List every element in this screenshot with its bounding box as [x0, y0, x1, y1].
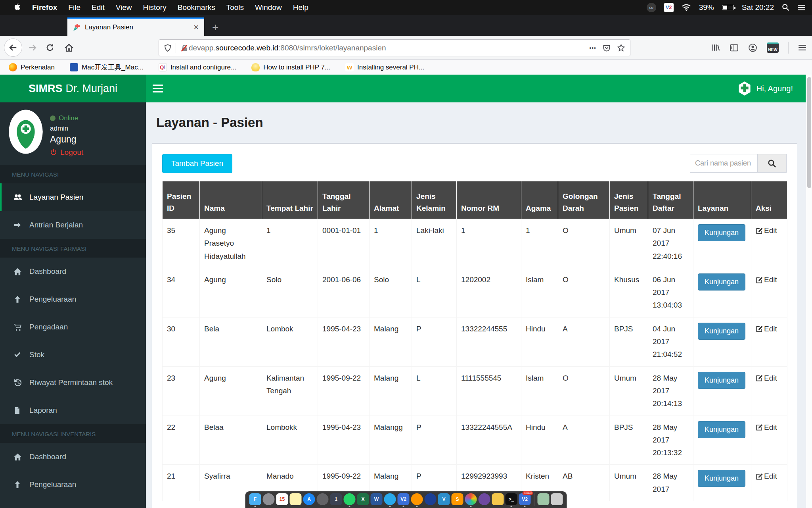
bookmark-item[interactable]: Mac开发工具_Mac... — [70, 63, 144, 72]
table-cell: 1 — [370, 219, 412, 268]
globe-app-icon[interactable] — [425, 493, 437, 505]
bookmark-item[interactable]: How to install PHP 7... — [251, 63, 330, 71]
sidebar-item-layanan-pasien[interactable]: Layanan Pasien — [0, 183, 146, 211]
menubar-item-tools[interactable]: Tools — [221, 3, 249, 12]
logout-link[interactable]: Logout — [50, 148, 83, 157]
vnc-kantor-icon[interactable]: V2Kantor — [519, 493, 531, 505]
page-scrollbar[interactable] — [806, 75, 812, 508]
firefox-icon[interactable] — [411, 493, 423, 505]
color-ring-icon[interactable] — [465, 493, 477, 505]
preferences-icon[interactable] — [317, 493, 329, 505]
search-input[interactable] — [690, 154, 757, 173]
library-icon[interactable] — [711, 43, 720, 52]
screenshot-extension-icon[interactable]: NEW — [767, 42, 779, 53]
page-actions-icon[interactable]: ••• — [589, 45, 596, 51]
terminal-window-icon[interactable]: 1 — [330, 493, 342, 505]
telegram-icon[interactable] — [384, 493, 396, 505]
menubar-clock[interactable]: Sat 20:22 — [742, 3, 774, 12]
word-icon[interactable]: W — [371, 493, 383, 505]
shield-icon[interactable] — [164, 44, 172, 52]
app-store-icon[interactable]: A — [303, 493, 315, 505]
kunjungan-button[interactable]: Kunjungan — [698, 323, 745, 340]
notification-center-icon[interactable] — [797, 4, 806, 11]
whatsapp-icon[interactable] — [344, 493, 356, 505]
bookmark-item[interactable]: Q!Install and configure... — [159, 63, 236, 71]
app-brand[interactable]: SIMRSDr. Murjani — [0, 75, 146, 102]
calendar-icon[interactable]: 15 — [276, 493, 288, 505]
menubar-item-edit[interactable]: Edit — [86, 3, 110, 12]
table-cell: O — [558, 219, 610, 268]
tab-close-icon[interactable]: × — [193, 23, 199, 32]
insecure-lock-icon[interactable] — [180, 44, 189, 52]
battery-icon[interactable] — [722, 5, 734, 10]
edit-link[interactable]: Edit — [756, 372, 777, 385]
sidebar-toggle-icon[interactable] — [730, 43, 739, 52]
sidebar-hamburger-icon[interactable] — [153, 83, 163, 94]
kunjungan-button[interactable]: Kunjungan — [698, 273, 745, 291]
kunjungan-button[interactable]: Kunjungan — [698, 470, 745, 487]
edit-link[interactable]: Edit — [756, 224, 777, 237]
add-patient-button[interactable]: Tambah Pasien — [162, 154, 232, 173]
forward-button[interactable] — [25, 43, 40, 52]
sidebar-item-laporan[interactable]: Laporan — [0, 396, 146, 424]
creative-cloud-icon[interactable]: ∞ — [647, 3, 656, 12]
wifi-icon[interactable] — [682, 4, 691, 11]
sidebar-item-dashboard[interactable]: Dashboard — [0, 443, 146, 471]
macos-dock: F15A1XWV2VS>_V2Kantor — [245, 491, 567, 508]
sidebar-item-pengeluaraan[interactable]: Pengeluaraan — [0, 471, 146, 498]
notes-icon[interactable] — [290, 493, 302, 505]
sidebar-item-pengadaan[interactable]: Pengadaan — [0, 313, 146, 341]
bookmark-star-icon[interactable] — [617, 44, 625, 52]
browser-tab[interactable]: Layanan Pasien × — [67, 17, 204, 36]
spotlight-search-icon[interactable] — [782, 4, 789, 11]
finder-icon[interactable]: F — [249, 493, 261, 505]
github-icon[interactable] — [479, 493, 490, 505]
terminal-icon[interactable]: >_ — [506, 493, 517, 505]
sublime-icon[interactable]: S — [452, 493, 463, 505]
minimized-window-icon[interactable] — [538, 493, 550, 505]
edit-link[interactable]: Edit — [756, 323, 777, 335]
sidebar-item-pengeluaraan[interactable]: Pengeluaraan — [0, 285, 146, 313]
sidebar-item-riwayat-permintaan-stok[interactable]: Riwayat Permintaan stok — [0, 369, 146, 396]
menubar-item-bookmarks[interactable]: Bookmarks — [172, 3, 221, 12]
menubar-app-name[interactable]: Firefox — [27, 3, 63, 12]
menubar-item-file[interactable]: File — [63, 3, 86, 12]
menubar-item-window[interactable]: Window — [249, 3, 287, 12]
vscode-icon[interactable]: V — [438, 493, 450, 505]
kunjungan-button[interactable]: Kunjungan — [698, 421, 745, 438]
edit-link[interactable]: Edit — [756, 273, 777, 286]
bookmark-item[interactable]: Perkenalan — [9, 63, 55, 71]
account-icon[interactable] — [748, 43, 757, 52]
scrollbar-thumb[interactable] — [807, 77, 811, 188]
user-greeting[interactable]: Hi, Agung! — [737, 75, 793, 102]
menubar-item-view[interactable]: View — [110, 3, 138, 12]
kunjungan-button[interactable]: Kunjungan — [698, 224, 745, 241]
bookmark-item[interactable]: wInstalling several PH... — [345, 63, 424, 71]
sidebar-item-antrian-berjalan[interactable]: Antrian Berjalan — [0, 211, 146, 239]
arrow-up-icon — [13, 295, 22, 303]
vnc-viewer-icon[interactable]: V2 — [398, 493, 410, 505]
delivery-truck-icon[interactable] — [492, 493, 504, 505]
menubar-item-help[interactable]: Help — [287, 3, 314, 12]
new-tab-button[interactable]: + — [212, 22, 218, 33]
url-bar[interactable]: devapp.sourcecode.web.id:8080/simrs/loke… — [159, 39, 630, 56]
edit-link[interactable]: Edit — [756, 470, 777, 483]
home-button[interactable] — [61, 43, 77, 52]
pocket-icon[interactable] — [603, 44, 611, 52]
firefox-menu-icon[interactable] — [798, 44, 806, 51]
menubar-item-history[interactable]: History — [138, 3, 172, 12]
kunjungan-button[interactable]: Kunjungan — [698, 372, 745, 389]
url-text[interactable]: devapp.sourcecode.web.id:8080/simrs/loke… — [189, 44, 589, 52]
launchpad-icon[interactable] — [263, 493, 275, 505]
excel-icon[interactable]: X — [357, 493, 369, 505]
reload-button[interactable] — [42, 43, 58, 52]
vnc-status-icon[interactable]: V2 — [664, 3, 674, 12]
back-button[interactable] — [4, 38, 22, 57]
sidebar-item-stok[interactable]: Stok — [0, 341, 146, 369]
apple-icon[interactable] — [7, 4, 27, 12]
running-indicator-dot — [403, 506, 404, 507]
sidebar-item-dashboard[interactable]: Dashboard — [0, 258, 146, 285]
trash-icon[interactable] — [551, 493, 563, 505]
edit-link[interactable]: Edit — [756, 421, 777, 434]
search-button[interactable] — [757, 154, 787, 173]
